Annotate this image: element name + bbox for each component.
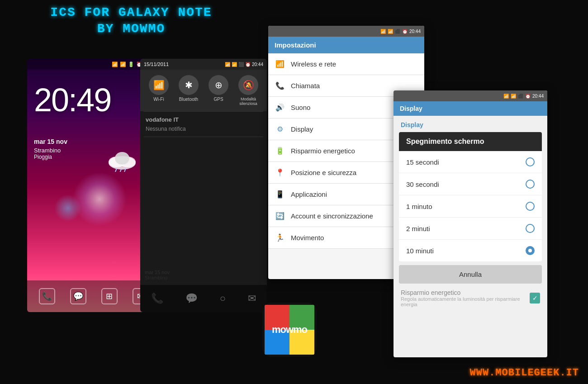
- settings-time: 20:44: [409, 29, 421, 34]
- risparmio-desc: Regola automaticamente la luminosità per…: [401, 296, 530, 307]
- option-10min-label: 10 minuti: [406, 247, 434, 255]
- phone-bottom-icon: 📞: [151, 293, 163, 304]
- calls-label: Chiamata: [291, 82, 320, 90]
- divider-2: [144, 137, 263, 137]
- notification-status-bar: 15/11/2011 📶 📶 ⬛ ⏰ 20:44: [140, 59, 267, 70]
- signal-status-icon: 📶: [120, 62, 126, 67]
- display-status-bar: 📶 📶 ⬛ ⏰ 20:44: [394, 90, 547, 101]
- display-label: Display: [291, 125, 313, 133]
- accounts-label: Account e sincronizzazione: [291, 212, 373, 220]
- option-30sec[interactable]: 30 secondi: [399, 173, 542, 195]
- message-dock-icon[interactable]: 💬: [70, 288, 86, 304]
- battery-label: Risparmio energetico: [291, 147, 355, 155]
- settings-wifi-icon: 📶: [380, 29, 386, 34]
- settings-alarm-icon: ⏰: [402, 29, 408, 34]
- calls-icon: 📞: [275, 81, 285, 90]
- wifi-status-icon: 📶: [112, 62, 118, 67]
- phone-dock-icon[interactable]: 📞: [39, 288, 55, 304]
- carrier-name: vodafone IT: [140, 112, 267, 125]
- title-line1: ICS FOR GALAXY NOTE: [5, 5, 258, 21]
- footer-url: WWW.MOBILEGEEK.IT: [470, 367, 579, 379]
- settings-data-icon: ⬛: [395, 29, 400, 34]
- option-2min-label: 2 minuti: [406, 225, 430, 232]
- location-icon: 📍: [275, 168, 285, 177]
- signal-icon: 📶: [232, 62, 237, 67]
- radio-15sec: [526, 157, 535, 166]
- sound-icon: 🔊: [275, 103, 285, 112]
- email-bottom-icon: ✉: [248, 293, 256, 304]
- risparmio-checkbox[interactable]: ✓: [530, 293, 540, 303]
- option-15sec-label: 15 secondi: [406, 158, 439, 166]
- apps-label: Applicazioni: [291, 190, 327, 198]
- notification-time: 20:44: [252, 62, 263, 67]
- option-30sec-label: 30 secondi: [406, 180, 439, 188]
- option-10min[interactable]: 10 minuti: [399, 240, 542, 261]
- gps-toggle[interactable]: ⊕ GPS: [209, 75, 228, 106]
- svg-point-3: [115, 152, 129, 165]
- battery-icon: 🔋: [275, 147, 285, 155]
- display-data-icon: ⬛: [518, 94, 523, 99]
- svg-line-5: [120, 169, 121, 172]
- lockscreen-weather: Pioggia: [34, 154, 52, 160]
- radio-10min: [526, 246, 535, 255]
- bluetooth-toggle-label: Bluetooth: [179, 97, 198, 102]
- notification-date: 15/11/2011: [144, 62, 169, 67]
- bluetooth-toggle-icon: ✱: [179, 75, 199, 95]
- radio-2min: [526, 224, 535, 233]
- option-1min[interactable]: 1 minuto: [399, 195, 542, 218]
- mowmo-logo-inner: mowmo: [265, 305, 314, 355]
- apps-dock-icon[interactable]: ⊞: [101, 288, 118, 304]
- risparmio-text: Risparmio energetico Regola automaticame…: [401, 289, 530, 307]
- display-time: 20:44: [532, 94, 544, 99]
- option-2min[interactable]: 2 minuti: [399, 218, 542, 240]
- gps-toggle-icon: ⊕: [209, 75, 228, 95]
- quick-toggles-bar: 📶 Wi-Fi ✱ Bluetooth ⊕ GPS 🔕 Modalitàsile…: [140, 70, 267, 111]
- display-alarm-icon: ⏰: [525, 94, 531, 99]
- light-orb: [72, 172, 127, 226]
- settings-signal-icon: 📶: [388, 29, 393, 34]
- risparmio-title: Risparmio energetico: [401, 289, 530, 296]
- ghost-content: mar 15 nov Strambino: [140, 265, 267, 285]
- notification-bottom-dock: 📞 💬 ○ ✉: [140, 285, 267, 312]
- radio-30sec: [526, 180, 535, 189]
- mowmo-brand-text: mowmo: [272, 324, 307, 336]
- apps-icon: 📱: [275, 190, 285, 199]
- risparmio-section: Risparmio energetico Regola automaticame…: [394, 284, 547, 313]
- sound-label: Suono: [291, 104, 310, 111]
- location-label: Posizione e sicurezza: [291, 169, 356, 176]
- display-header: Display: [394, 101, 547, 116]
- circle-icon: ○: [220, 293, 226, 304]
- weather-cloud-icon: [104, 149, 140, 172]
- silent-toggle[interactable]: 🔕 Modalitàsilenziosa: [238, 75, 258, 106]
- title-line2: BY MOWMO: [5, 21, 258, 37]
- light-orb-small: [54, 194, 81, 222]
- page-title: ICS FOR GALAXY NOTE BY MOWMO: [5, 5, 258, 38]
- display-signal-icon: 📶: [511, 94, 516, 99]
- timeout-options-list: 15 secondi 30 secondi 1 minuto 2 minuti …: [399, 151, 542, 261]
- wifi-toggle[interactable]: 📶 Wi-Fi: [149, 75, 169, 106]
- motion-icon: 🏃: [275, 233, 285, 242]
- display-section-title: Display: [394, 116, 547, 132]
- wifi-toggle-label: Wi-Fi: [153, 97, 164, 102]
- radio-1min: [526, 202, 535, 211]
- motion-label: Movimento: [291, 234, 324, 242]
- wireless-icon: 📶: [275, 60, 285, 68]
- settings-header: Impostazioni: [268, 37, 424, 53]
- cancel-button[interactable]: Annulla: [399, 265, 542, 284]
- data-icon: ⬛: [238, 62, 244, 67]
- silent-toggle-label: Modalitàsilenziosa: [239, 97, 257, 106]
- wifi-toggle-icon: 📶: [149, 75, 169, 95]
- lockscreen-clock: 20:49: [34, 81, 111, 119]
- bluetooth-toggle[interactable]: ✱ Bluetooth: [179, 75, 199, 106]
- option-1min-label: 1 minuto: [406, 203, 432, 210]
- alarm-icon: ⏰: [245, 62, 251, 67]
- mowmo-logo: mowmo: [262, 303, 317, 357]
- lockscreen-location: Strambino: [34, 147, 61, 154]
- option-15sec[interactable]: 15 secondi: [399, 151, 542, 173]
- settings-item-wireless[interactable]: 📶 Wireless e rete: [268, 53, 424, 75]
- screen-off-card: Spegnimento schermo: [399, 132, 542, 151]
- status-icons: 📶 📶 ⬛ ⏰ 20:44: [225, 62, 263, 67]
- svg-line-4: [115, 168, 117, 172]
- message-bottom-icon: 💬: [185, 293, 198, 304]
- settings-status-bar: 📶 📶 ⬛ ⏰ 20:44: [268, 26, 424, 37]
